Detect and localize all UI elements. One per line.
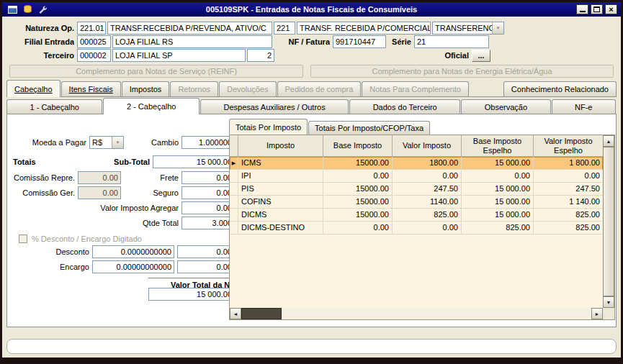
app-window: 005109SPK - Entradas de Notas Fiscais de… (2, 2, 621, 358)
horizontal-scroll-thumb[interactable] (241, 308, 282, 319)
encargo-value-field[interactable]: 0.00 (177, 260, 235, 273)
horizontal-scrollbar[interactable]: ◄ ► (230, 308, 603, 319)
tab-1-cabecalho[interactable]: 1 - Cabeçalho (6, 99, 102, 114)
cambio-field[interactable]: 1.000000 (181, 136, 235, 149)
scroll-left-icon[interactable]: ◄ (230, 308, 241, 319)
desconto-value-field[interactable]: 0.00 (177, 245, 235, 258)
tab-label: Retornos (178, 85, 210, 94)
qtde-total-label: Qtde Total (114, 217, 179, 229)
impostos-table: Imposto Base Imposto Valor Imposto Base … (230, 135, 603, 308)
cell-valor-espelho: 0.00 (534, 170, 603, 183)
moeda-dropdown[interactable]: R$ ▼ (89, 136, 124, 149)
tab-conhecimento-relacionado[interactable]: Conhecimento Relacionado (503, 81, 617, 96)
terceiro-num-field[interactable]: 2 (247, 49, 274, 62)
cell-imposto: IPI (238, 170, 323, 183)
nf-fatura-label: NF / Fatura (276, 35, 330, 48)
scroll-down-icon[interactable]: ▼ (603, 296, 614, 308)
tab-despesas-auxiliares[interactable]: Despesas Auxiliares / Outros (200, 99, 349, 114)
encargo-rate-field[interactable]: 0.00000000000 (92, 260, 174, 273)
tab-dados-do-terceiro[interactable]: Dados do Terceiro (349, 99, 460, 114)
cell-valor: 0.00 (393, 222, 462, 235)
row-gutter (230, 209, 238, 222)
wrench-icon[interactable] (38, 5, 47, 14)
tab-label: Cabeçalho (14, 85, 53, 94)
horizontal-scroll-track[interactable] (282, 308, 591, 319)
horizontal-scrollbar-row: ◄ ► (230, 308, 614, 319)
natureza-code2-field[interactable]: 221 (274, 22, 295, 35)
subtotal-field[interactable]: 15 000.00 (153, 155, 235, 168)
table-row-icms[interactable]: ▶ ICMS 15000.00 1800.00 15 000.00 1 800.… (230, 157, 603, 170)
moeda-a-pagar-label: Moeda a Pagar (12, 136, 86, 149)
cell-base: 15000.00 (323, 209, 393, 222)
tab-notas-para-complemento: Notas Para Complemento (362, 81, 469, 96)
table-row-dicms-destino[interactable]: DICMS-DESTINO 0.00 0.00 825.00 825.00 (230, 222, 603, 235)
natureza-code-field[interactable]: 221.01 (77, 22, 106, 35)
qtde-total-field[interactable]: 3.000 (181, 217, 235, 229)
totais-label: Totais (13, 155, 56, 168)
tab-2-cabecalho[interactable]: 2 - Cabeçalho (103, 98, 199, 114)
sub-tab-bar: 1 - Cabeçalho 2 - Cabeçalho Despesas Aux… (6, 98, 617, 114)
scroll-right-icon[interactable]: ► (591, 308, 603, 319)
col-base-imposto: Base Imposto (323, 135, 393, 157)
table-header-row: Imposto Base Imposto Valor Imposto Base … (230, 135, 603, 157)
tab-cabecalho[interactable]: Cabeçalho (6, 80, 60, 97)
cell-imposto: DICMS (238, 209, 323, 222)
cell-base: 15000.00 (323, 183, 393, 196)
table-row-cofins[interactable]: COFINS 15000.00 1140.00 15 000.00 1 140.… (230, 196, 603, 209)
row-indicator-icon: ▶ (230, 157, 238, 170)
cell-base-espelho: 0.00 (462, 170, 534, 183)
table-row-ipi[interactable]: IPI 0.00 0.00 0.00 0.00 (230, 170, 603, 183)
vertical-scroll-thumb[interactable] (603, 147, 614, 296)
tab-observacao[interactable]: Observação (461, 99, 550, 114)
scroll-up-icon[interactable]: ▲ (603, 135, 614, 147)
seguro-field[interactable]: 0.00 (181, 186, 235, 199)
tab-label: Impostos (130, 85, 162, 94)
table-row-pis[interactable]: PIS 15000.00 247.50 15 000.00 247.50 (230, 183, 603, 196)
valor-total-nf-field[interactable]: 15 000.00 (148, 288, 235, 301)
nf-fatura-field[interactable]: 991710447 (333, 35, 386, 48)
tab-label: Pedidos de compra (285, 85, 354, 94)
vertical-scrollbar[interactable]: ▲ ▼ (603, 135, 614, 308)
terceiro-code-field[interactable]: 000002 (77, 49, 111, 62)
desconto-rate-field[interactable]: 0.0000000000 (92, 245, 174, 258)
tab-totais-por-imposto[interactable]: Totais Por Imposto (229, 119, 308, 135)
title-bar[interactable]: 005109SPK - Entradas de Notas Fiscais de… (2, 2, 621, 17)
header-gutter (230, 135, 238, 157)
cell-base-espelho: 825.00 (462, 222, 534, 235)
maximize-button[interactable] (591, 4, 603, 14)
subtotal-label: Sub-Total (101, 155, 150, 168)
form-icon[interactable] (8, 6, 17, 14)
cell-imposto: DICMS-DESTINO (238, 222, 323, 235)
row-gutter (230, 183, 238, 196)
chevron-down-icon[interactable]: ▼ (112, 137, 123, 148)
minimize-button[interactable] (576, 4, 588, 14)
oficial-browse-button[interactable]: ... (472, 50, 490, 62)
natureza-desc-field[interactable]: TRANSF.RECEBIDA P/REVENDA, ATIVO/C (107, 22, 272, 35)
comissao-repre-label: Comissão Repre. (7, 171, 75, 184)
terceiro-label: Terceiro (5, 49, 74, 62)
maximize-icon (593, 6, 600, 12)
close-button[interactable]: × (605, 4, 617, 14)
tab-totais-por-imposto-cfop-taxa[interactable]: Totais Por Imposto/CFOP/Taxa (308, 121, 430, 135)
coins-icon[interactable] (23, 5, 32, 14)
filial-code-field[interactable]: 000025 (77, 35, 111, 48)
natureza-op-label: Natureza Op. (5, 22, 74, 35)
row-gutter (230, 196, 238, 209)
serie-field[interactable]: 21 (414, 35, 489, 48)
frete-field[interactable]: 0.00 (181, 171, 235, 184)
tab-itens-fiscais[interactable]: Itens Fiscais (61, 81, 121, 96)
cell-imposto: ICMS (238, 157, 323, 170)
valor-imposto-agregar-field[interactable]: 0.00 (181, 201, 235, 214)
table-row-dicms[interactable]: DICMS 15000.00 825.00 15 000.00 825.00 (230, 209, 603, 222)
comissao-ger-label: Comissão Ger. (7, 186, 75, 199)
cell-valor-espelho: 825.00 (534, 209, 603, 222)
col-valor-imposto-espelho: Valor Imposto Espelho (534, 135, 603, 157)
filial-entrada-label: Filial Entrada (5, 35, 74, 48)
filial-desc-field[interactable]: LOJA FILIAL RS (112, 35, 272, 48)
tipo-operacao-dropdown[interactable]: TRANSFERENCIA ▼ (432, 22, 504, 35)
chevron-down-icon[interactable]: ▼ (492, 22, 503, 34)
tab-nfe[interactable]: NF-e (552, 99, 616, 114)
natureza-desc2-field[interactable]: TRANSF. RECEBIDA P/COMERCIALIZA (297, 22, 431, 35)
terceiro-desc-field[interactable]: LOJA FILIAL SP (112, 49, 246, 62)
tab-impostos[interactable]: Impostos (122, 81, 170, 96)
